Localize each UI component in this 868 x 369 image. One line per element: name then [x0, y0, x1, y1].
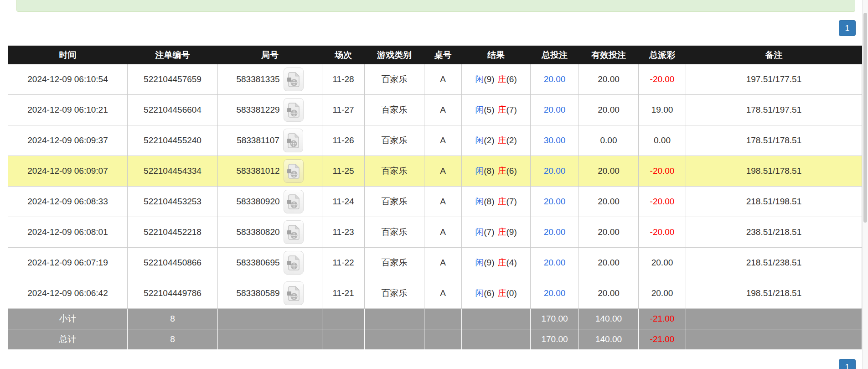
cell-time: 2024-12-09 06:08:33 — [8, 187, 128, 217]
cell-bet-number: 522104452218 — [128, 217, 218, 248]
col-header-remark: 备注 — [686, 46, 862, 64]
banker-result-value: (6) — [506, 74, 517, 84]
cell-bet-number: 522104449786 — [128, 278, 218, 309]
grand-total-valid-bet: 140.00 — [579, 329, 639, 350]
cell-game-type: 百家乐 — [365, 95, 424, 125]
cell-session: 11-22 — [322, 248, 365, 278]
cell-table-number: A — [424, 156, 462, 187]
cell-remark: 218.51/198.51 — [686, 187, 862, 217]
banker-result-label: 庄 — [498, 227, 506, 237]
col-header-total-payout: 总派彩 — [639, 46, 686, 64]
cell-time: 2024-12-09 06:07:19 — [8, 248, 128, 278]
cell-total-bet: 20.00 — [531, 278, 579, 309]
cell-remark: 198.51/178.51 — [686, 156, 862, 187]
banker-result-label: 庄 — [498, 258, 506, 267]
video-replay-button[interactable] — [284, 190, 304, 213]
grand-total-count: 8 — [128, 329, 218, 350]
cell-time: 2024-12-09 06:10:54 — [8, 64, 128, 95]
cell-total-bet: 20.00 — [531, 217, 579, 248]
cell-result: 闲(2)庄(2) — [462, 125, 531, 156]
video-file-icon — [287, 194, 300, 209]
banker-result-value: (0) — [506, 288, 517, 298]
cell-bet-number: 522104454334 — [128, 156, 218, 187]
cell-valid-bet: 20.00 — [579, 64, 639, 95]
cell-total-payout: 20.00 — [639, 248, 686, 278]
video-file-icon — [287, 72, 300, 87]
table-row: 2024-12-09 06:06:42 522104449786 5833805… — [8, 278, 862, 309]
video-file-icon — [287, 164, 300, 179]
cell-table-number: A — [424, 187, 462, 217]
cell-game-type: 百家乐 — [365, 278, 424, 309]
player-result-value: (7) — [484, 227, 494, 237]
table-row: 2024-12-09 06:10:54 522104457659 5833813… — [8, 64, 862, 95]
cell-remark: 198.51/218.51 — [686, 278, 862, 309]
banker-result-label: 庄 — [498, 166, 506, 176]
table-body: 2024-12-09 06:10:54 522104457659 5833813… — [8, 64, 862, 309]
cell-total-bet: 20.00 — [531, 187, 579, 217]
video-replay-button[interactable] — [284, 68, 304, 91]
cell-bet-number: 522104450866 — [128, 248, 218, 278]
banker-result-label: 庄 — [498, 74, 506, 84]
banker-result-label: 庄 — [498, 105, 506, 114]
grand-total-label: 总计 — [8, 329, 128, 350]
cell-remark: 218.51/238.51 — [686, 248, 862, 278]
cell-round-number: 583381012 — [218, 156, 322, 187]
banker-result-value: (7) — [506, 197, 517, 206]
cell-total-payout: 19.00 — [639, 95, 686, 125]
cell-total-bet: 30.00 — [531, 125, 579, 156]
cell-round-number: 583381107 — [218, 125, 322, 156]
cell-table-number: A — [424, 278, 462, 309]
cell-total-payout: 20.00 — [639, 278, 686, 309]
cell-game-type: 百家乐 — [365, 248, 424, 278]
video-file-icon — [287, 103, 300, 118]
table-row: 2024-12-09 06:09:37 522104455240 5833811… — [8, 125, 862, 156]
bet-records-table: 时间 注单编号 局号 场次 游戏类别 桌号 结果 总投注 有效投注 总派彩 备注… — [8, 46, 862, 350]
cell-valid-bet: 20.00 — [579, 156, 639, 187]
cell-bet-number: 522104456604 — [128, 95, 218, 125]
cell-valid-bet: 20.00 — [579, 217, 639, 248]
cell-session: 11-24 — [322, 187, 365, 217]
grand-total-row: 总计 8 170.00 140.00 -21.00 — [8, 329, 862, 350]
cell-total-bet: 20.00 — [531, 64, 579, 95]
pagination-page-1-bottom[interactable]: 1 — [839, 359, 856, 369]
video-replay-button[interactable] — [284, 251, 304, 275]
video-replay-button[interactable] — [284, 281, 304, 305]
player-result-label: 闲 — [475, 105, 484, 114]
video-replay-button[interactable] — [283, 129, 303, 152]
table-row: 2024-12-09 06:08:01 522104452218 5833808… — [8, 217, 862, 248]
subtotal-count: 8 — [128, 309, 218, 329]
scrollbar[interactable] — [862, 0, 868, 369]
cell-round-number: 583380920 — [218, 187, 322, 217]
table-row: 2024-12-09 06:10:21 522104456604 5833812… — [8, 95, 862, 125]
player-result-label: 闲 — [475, 227, 484, 237]
cell-time: 2024-12-09 06:09:07 — [8, 156, 128, 187]
table-row: 2024-12-09 06:07:19 522104450866 5833806… — [8, 248, 862, 278]
video-replay-button[interactable] — [284, 220, 304, 244]
cell-session: 11-25 — [322, 156, 365, 187]
banker-result-value: (6) — [506, 166, 517, 176]
cell-total-payout: 0.00 — [639, 125, 686, 156]
scrollbar-thumb[interactable] — [863, 13, 867, 223]
player-result-value: (8) — [484, 197, 494, 206]
cell-remark: 178.51/197.51 — [686, 95, 862, 125]
table-row: 2024-12-09 06:08:33 522104453253 5833809… — [8, 187, 862, 217]
col-header-time: 时间 — [8, 46, 128, 64]
video-replay-button[interactable] — [284, 98, 304, 122]
subtotal-label: 小计 — [8, 309, 128, 329]
player-result-value: (8) — [484, 166, 494, 176]
banker-result-label: 庄 — [498, 135, 506, 145]
col-header-bet-number: 注单编号 — [128, 46, 218, 64]
cell-bet-number: 522104457659 — [128, 64, 218, 95]
cell-table-number: A — [424, 64, 462, 95]
cell-table-number: A — [424, 248, 462, 278]
subtotal-total-bet: 170.00 — [531, 309, 579, 329]
cell-game-type: 百家乐 — [365, 125, 424, 156]
video-replay-button[interactable] — [284, 159, 304, 183]
cell-result: 闲(8)庄(7) — [462, 187, 531, 217]
cell-remark: 238.51/218.51 — [686, 217, 862, 248]
banker-result-value: (7) — [506, 105, 517, 114]
cell-time: 2024-12-09 06:08:01 — [8, 217, 128, 248]
pagination-page-1-top[interactable]: 1 — [839, 20, 856, 36]
cell-valid-bet: 20.00 — [579, 278, 639, 309]
banker-result-value: (2) — [506, 135, 517, 145]
